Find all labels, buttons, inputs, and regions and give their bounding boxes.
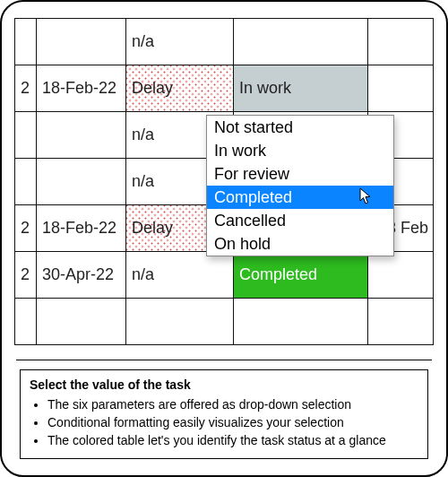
cell-completed[interactable]: Completed <box>234 252 368 299</box>
spreadsheet: n/a 2 18-Feb-22 Delay In work <box>14 18 434 345</box>
status-dropdown[interactable]: Not started In work For review Completed… <box>206 115 394 256</box>
table-row: 2 30-Apr-22 n/a Completed <box>15 252 434 299</box>
cell[interactable]: n/a <box>126 252 234 299</box>
cell[interactable]: n/a <box>126 19 234 65</box>
cell[interactable] <box>37 19 126 65</box>
cell[interactable]: 2 <box>15 205 37 252</box>
cell[interactable] <box>126 299 234 345</box>
cell[interactable] <box>15 159 37 205</box>
cell[interactable] <box>368 252 434 299</box>
cell[interactable]: 2 <box>15 65 37 112</box>
dropdown-option[interactable]: For review <box>207 162 393 186</box>
dropdown-option-label: Completed <box>214 188 292 206</box>
divider <box>16 360 432 360</box>
info-list: The six parameters are offered as drop-d… <box>30 397 418 447</box>
cursor-icon <box>359 187 372 211</box>
dropdown-option-hovered[interactable]: Completed <box>207 186 393 209</box>
cell[interactable] <box>234 19 368 65</box>
cell[interactable] <box>15 112 37 159</box>
dropdown-option[interactable]: In work <box>207 139 393 162</box>
table-row: 2 18-Feb-22 Delay In work <box>15 65 434 112</box>
dropdown-option[interactable]: On hold <box>207 232 393 256</box>
info-bullet: The colored table let's you identify the… <box>47 433 418 447</box>
cell[interactable]: 2 <box>15 252 37 299</box>
cell[interactable] <box>368 299 434 345</box>
cell[interactable] <box>234 299 368 345</box>
table-row: n/a <box>15 19 434 65</box>
cell[interactable] <box>368 19 434 65</box>
cell[interactable] <box>37 299 126 345</box>
cell-value: In work <box>239 79 291 97</box>
cell-delay[interactable]: Delay <box>126 65 234 112</box>
cell[interactable] <box>37 159 126 205</box>
info-box: Select the value of the task The six par… <box>20 369 428 459</box>
cell[interactable] <box>15 299 37 345</box>
cell[interactable] <box>37 112 126 159</box>
info-bullet: The six parameters are offered as drop-d… <box>47 397 418 412</box>
info-bullet: Conditional formatting easily visualizes… <box>47 415 418 429</box>
cell[interactable] <box>368 65 434 112</box>
cell[interactable]: 18-Feb-22 <box>37 205 126 252</box>
dropdown-option[interactable]: Not started <box>207 116 393 139</box>
table-row <box>15 299 434 345</box>
dropdown-option[interactable]: Cancelled <box>207 209 393 232</box>
cell[interactable]: 18-Feb-22 <box>37 65 126 112</box>
status-dropdown-cell[interactable]: In work <box>234 65 368 112</box>
info-title: Select the value of the task <box>30 377 418 392</box>
cell[interactable] <box>15 19 37 65</box>
card: n/a 2 18-Feb-22 Delay In work <box>0 0 448 477</box>
cell[interactable]: 30-Apr-22 <box>37 252 126 299</box>
